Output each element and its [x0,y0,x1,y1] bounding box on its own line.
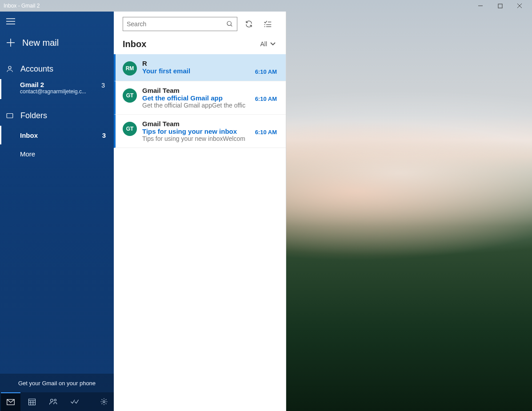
folders-header[interactable]: Folders [0,105,114,126]
plus-icon [4,36,18,50]
minimize-button[interactable] [471,0,490,12]
sender-avatar: GT [123,122,137,136]
svg-rect-12 [29,399,36,405]
folder-item-inbox[interactable]: Inbox 3 [0,126,114,144]
email-sender: Gmail Team [142,87,277,94]
account-name: Gmail 2 [20,81,86,88]
mail-nav-button[interactable] [1,392,20,411]
hamburger-menu-button[interactable] [0,12,21,31]
account-item-gmail2[interactable]: Gmail 2 contact@ragnarmiljeteig.c... 3 [0,79,114,99]
email-item[interactable]: GT Gmail Team Tips for using your new in… [114,115,286,148]
calendar-nav-button[interactable] [22,392,42,411]
account-unread-badge: 3 [101,81,107,89]
reading-pane [286,12,532,411]
email-time: 6:10 AM [255,129,277,136]
account-email: contact@ragnarmiljeteig.c... [20,88,86,95]
email-time: 6:10 AM [255,96,277,102]
maximize-button[interactable] [490,0,510,12]
select-mode-button[interactable] [260,17,275,31]
filter-dropdown[interactable]: All [260,40,276,48]
promo-banner[interactable]: Get your Gmail on your phone [0,374,114,392]
sidebar: New mail Accounts Gmail 2 contact@ragnar… [0,12,114,411]
folder-label: Inbox [20,132,38,139]
folder-label: More [20,150,35,158]
svg-point-17 [51,399,53,402]
svg-line-21 [231,25,232,26]
folder-badge: 3 [102,132,106,139]
close-button[interactable] [510,0,529,12]
todo-nav-button[interactable] [65,392,84,411]
sync-button[interactable] [242,17,256,31]
promo-text: Get your Gmail on your phone [18,380,96,387]
email-item[interactable]: GT Gmail Team Get the official Gmail app… [114,81,286,115]
svg-point-9 [8,66,11,69]
bottom-nav [0,392,114,411]
svg-point-19 [103,401,105,403]
people-nav-button[interactable] [44,392,63,411]
svg-rect-1 [498,4,502,8]
search-box[interactable] [123,17,237,31]
accounts-label: Accounts [20,64,53,74]
window-title: Inbox - Gmail 2 [4,3,40,9]
email-time: 6:10 AM [255,68,277,75]
filter-label: All [260,40,267,48]
list-title: Inbox [123,39,146,49]
folder-icon [4,112,15,120]
accounts-header[interactable]: Accounts [0,59,114,79]
new-mail-button[interactable]: New mail [0,31,114,54]
folders-label: Folders [20,111,47,120]
folder-item-more[interactable]: More [0,144,114,163]
svg-point-20 [227,21,231,25]
person-icon [4,65,15,73]
svg-point-18 [54,399,56,401]
email-sender: Gmail Team [142,120,277,128]
search-icon[interactable] [226,20,233,28]
svg-rect-10 [7,114,13,118]
search-input[interactable] [127,17,226,31]
chevron-down-icon [270,42,276,46]
email-preview: Tips for using your new inboxWelcom [142,135,277,142]
settings-nav-button[interactable] [94,392,114,411]
email-sender: R [142,60,277,67]
email-item[interactable]: RM R Your first email 6:10 AM [114,54,286,81]
new-mail-label: New mail [22,38,59,48]
sender-avatar: GT [123,88,137,103]
sender-avatar: RM [123,61,137,76]
email-preview: Get the official Gmail appGet the offic [142,102,277,109]
message-list-pane: Inbox All RM R Your first email 6:10 AM … [114,12,286,411]
